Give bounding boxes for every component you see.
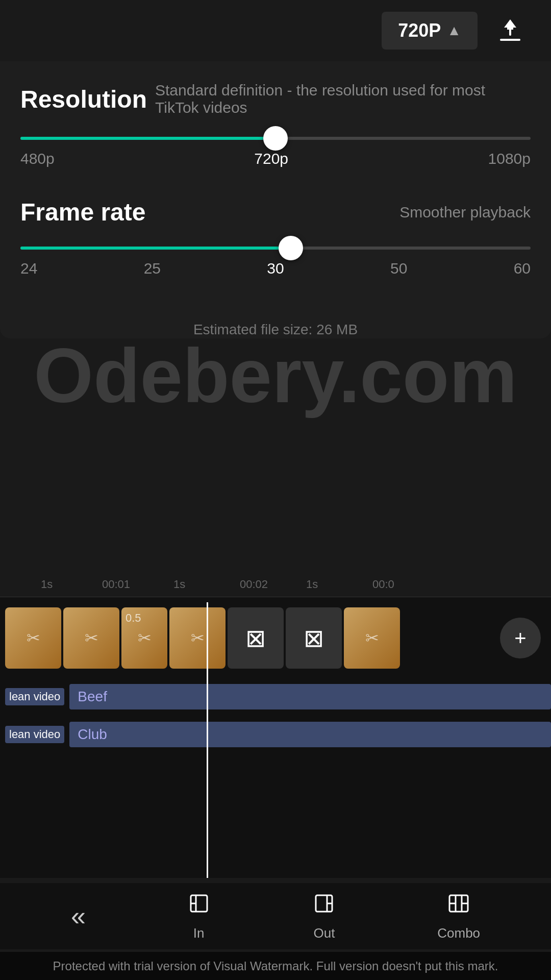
frame-rate-slider-container[interactable] [20,247,531,250]
timeline-tracks: ✂ ✂ 0.5 ✂ ✂ ⊠ ⊠ ✂ [0,602,551,878]
frame-rate-slider-track [20,247,531,250]
frame-rate-labels: 24 25 30 50 60 [20,260,531,277]
resolution-slider-track [20,137,531,140]
back-button[interactable]: « [71,901,86,932]
frame-rate-label-50: 50 [390,260,407,277]
out-icon [312,891,336,921]
clip-cut-icon-2: ✂ [85,628,98,648]
frame-rate-tag: Smoother playback [399,204,531,221]
ruler-mark-6: 00:0 [372,578,394,591]
out-label: Out [313,925,335,941]
frame-rate-slider-thumb[interactable] [279,236,303,260]
frame-rate-slider-fill [20,247,291,250]
resolution-description: Standard definition - the resolution use… [155,82,531,116]
add-clip-button[interactable]: + [500,618,541,658]
video-track: ✂ ✂ 0.5 ✂ ✂ ⊠ ⊠ ✂ [0,602,551,674]
frame-rate-label-60: 60 [514,260,531,277]
timeline-ruler: 1s 00:01 1s 00:02 1s 00:0 [0,572,551,597]
bottom-notice: Protected with trial version of Visual W… [0,952,551,980]
frame-rate-title: Frame rate [20,198,145,226]
settings-panel: Resolution Standard definition - the res… [0,61,551,338]
clip-5[interactable]: ⊠ [228,607,284,669]
resolution-header: Resolution Standard definition - the res… [20,82,531,116]
clip-1[interactable]: ✂ [5,607,61,669]
quality-label: 720P [398,20,441,41]
resolution-labels: 480p 720p 1080p [20,150,531,167]
clip-cut-icon-7: ✂ [365,628,379,648]
resolution-slider-fill [20,137,276,140]
resolution-label-1080: 1080p [488,150,531,167]
clip-3[interactable]: 0.5 ✂ [121,607,167,669]
frame-rate-label-24: 24 [20,260,37,277]
ruler-mark-1: 1s [41,578,53,591]
resolution-slider-thumb[interactable] [263,126,288,151]
frame-rate-label-25: 25 [144,260,161,277]
ruler-mark-5: 1s [306,578,318,591]
audio-track-title-1: Beef [78,689,107,705]
combo-button[interactable]: Combo [437,891,480,941]
back-icon: « [71,901,86,932]
ruler-mark-3: 1s [173,578,185,591]
track-clips: ✂ ✂ 0.5 ✂ ✂ ⊠ ⊠ ✂ [0,607,500,669]
frame-rate-label-30: 30 [267,260,284,277]
in-label: In [193,925,205,941]
clip-2[interactable]: ✂ [63,607,119,669]
audio-track-label-1: lean video [5,688,64,705]
frame-rate-header: Frame rate Smoother playback [20,198,531,226]
clip-number-3: 0.5 [126,611,141,625]
resolution-label-480: 480p [20,150,55,167]
bottom-toolbar: « In Out [0,883,551,949]
quality-button[interactable]: 720P ▲ [382,12,478,50]
export-icon [496,16,524,45]
resolution-title: Resolution [20,85,147,113]
timeline-area: 1s 00:01 1s 00:02 1s 00:0 ✂ ✂ 0.5 ✂ [0,572,551,878]
frame-rate-section: Frame rate Smoother playback 24 25 30 50… [20,198,531,277]
audio-track-club: lean video Club [0,717,551,752]
combo-label: Combo [437,925,480,941]
clip-7[interactable]: ✂ [344,607,400,669]
resolution-slider-container[interactable] [20,137,531,140]
audio-track-bar-1[interactable]: Beef [69,684,551,709]
clip-4[interactable]: ✂ [169,607,226,669]
watermark: Odebery.com [0,332,551,420]
svg-rect-0 [500,39,520,41]
caret-icon: ▲ [447,22,461,39]
audio-track-title-2: Club [78,726,107,743]
resolution-label-720: 720p [254,150,288,167]
top-bar: 720P ▲ [0,0,551,61]
clip-cut-icon-3: ✂ [138,628,152,648]
audio-track-bar-2[interactable]: Club [69,722,551,747]
combo-icon [446,891,471,921]
audio-track-beef: lean video Beef [0,679,551,715]
clip-cut-icon-4: ✂ [191,628,205,648]
file-size-text: Estimated file size: 26 MB [0,322,551,338]
bottom-notice-text: Protected with trial version of Visual W… [53,959,498,973]
clip-cut-icon-1: ✂ [27,628,40,648]
playhead [207,602,208,878]
clip-6[interactable]: ⊠ [286,607,342,669]
ruler-mark-4: 00:02 [240,578,268,591]
out-button[interactable]: Out [312,891,336,941]
ruler-mark-2: 00:01 [102,578,130,591]
audio-track-label-2: lean video [5,726,64,743]
resolution-section: Resolution Standard definition - the res… [20,82,531,167]
export-button[interactable] [490,10,531,51]
in-icon [187,891,211,921]
in-button[interactable]: In [187,891,211,941]
svg-marker-2 [504,19,516,30]
